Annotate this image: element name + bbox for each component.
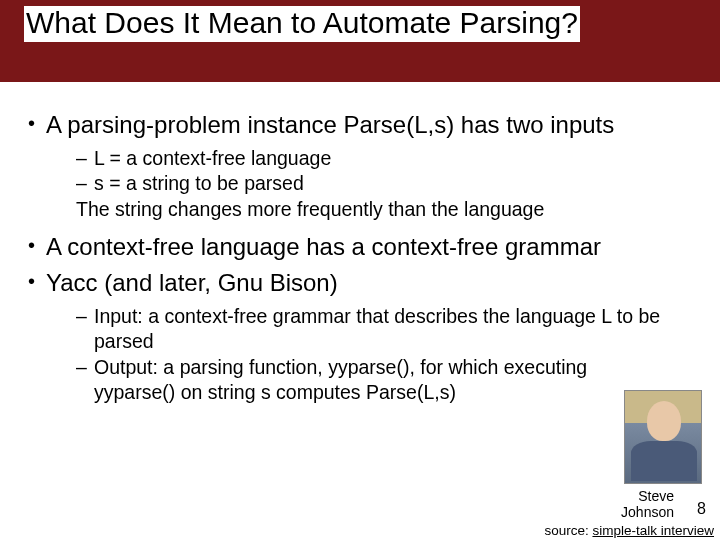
bullet-text: A parsing-problem instance Parse(L,s) ha… <box>46 111 614 138</box>
caption-line: Johnson <box>621 504 674 520</box>
bullet-text: A context-free language has a context-fr… <box>46 233 601 260</box>
bullet-level2: Output: a parsing function, yyparse(), f… <box>76 355 700 406</box>
photo-caption: Steve Johnson <box>621 489 674 520</box>
slide-body: A parsing-problem instance Parse(L,s) ha… <box>0 82 720 405</box>
person-photo <box>624 390 702 484</box>
sub-note: The string changes more frequently than … <box>76 197 700 222</box>
bullet-level1: A context-free language has a context-fr… <box>28 232 700 262</box>
caption-line: Steve <box>638 488 674 504</box>
source-link[interactable]: simple-talk interview <box>592 523 714 538</box>
sub-bullet-group: L = a context-free language s = a string… <box>28 146 700 222</box>
page-number: 8 <box>697 500 706 518</box>
bullet-text: Input: a context-free grammar that descr… <box>94 305 660 352</box>
bullet-text: s = a string to be parsed <box>94 172 304 194</box>
bullet-level2: L = a context-free language <box>76 146 700 171</box>
bullet-text: L = a context-free language <box>94 147 331 169</box>
bullet-level2: Input: a context-free grammar that descr… <box>76 304 700 355</box>
bullet-level2: s = a string to be parsed <box>76 171 700 196</box>
source-attribution: source: simple-talk interview <box>544 523 714 538</box>
bullet-text: Output: a parsing function, yyparse(), f… <box>94 356 587 403</box>
bullet-level1: A parsing-problem instance Parse(L,s) ha… <box>28 110 700 140</box>
bullet-text: Yacc (and later, Gnu Bison) <box>46 269 338 296</box>
title-bar: What Does It Mean to Automate Parsing? <box>0 0 720 82</box>
bullet-level1: Yacc (and later, Gnu Bison) <box>28 268 700 298</box>
slide-title: What Does It Mean to Automate Parsing? <box>24 6 580 42</box>
sub-bullet-group: Input: a context-free grammar that descr… <box>28 304 700 405</box>
source-prefix: source: <box>544 523 592 538</box>
